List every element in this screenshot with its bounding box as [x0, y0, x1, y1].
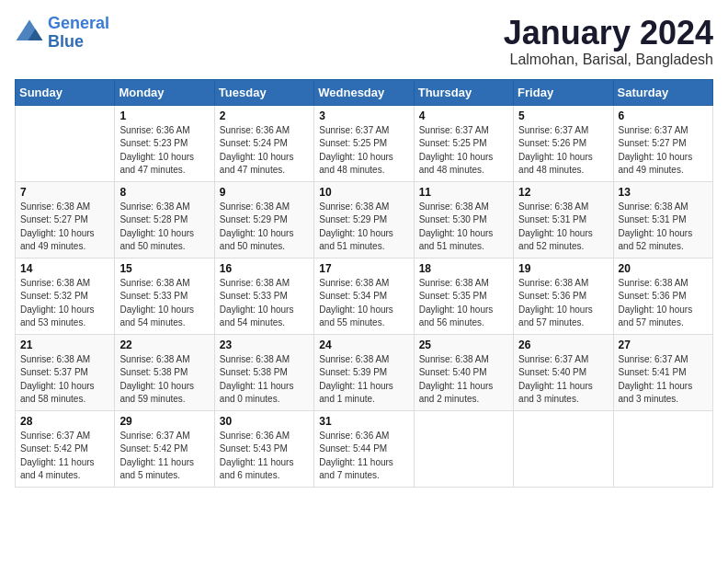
day-number: 7: [20, 186, 109, 199]
day-info: Sunrise: 6:37 AM Sunset: 5:27 PM Dayligh…: [619, 124, 708, 178]
day-number: 2: [220, 109, 309, 122]
day-header-friday: Friday: [514, 79, 613, 105]
day-number: 13: [619, 186, 708, 199]
day-info: Sunrise: 6:38 AM Sunset: 5:28 PM Dayligh…: [119, 201, 209, 254]
calendar-cell: 10Sunrise: 6:38 AM Sunset: 5:29 PM Dayli…: [314, 181, 414, 258]
day-info: Sunrise: 6:38 AM Sunset: 5:39 PM Dayligh…: [319, 353, 408, 407]
calendar-cell: 13Sunrise: 6:38 AM Sunset: 5:31 PM Dayli…: [613, 181, 712, 258]
day-header-saturday: Saturday: [613, 79, 712, 105]
calendar-cell: [514, 410, 613, 487]
month-title: January 2024: [504, 15, 713, 52]
day-info: Sunrise: 6:37 AM Sunset: 5:42 PM Dayligh…: [119, 430, 209, 483]
day-header-thursday: Thursday: [414, 79, 513, 105]
day-number: 27: [619, 339, 708, 351]
day-number: 11: [419, 186, 508, 199]
calendar-cell: 27Sunrise: 6:37 AM Sunset: 5:41 PM Dayli…: [613, 334, 712, 410]
calendar-cell: 28Sunrise: 6:37 AM Sunset: 5:42 PM Dayli…: [16, 410, 115, 487]
calendar-cell: 25Sunrise: 6:38 AM Sunset: 5:40 PM Dayli…: [414, 334, 513, 410]
day-header-sunday: Sunday: [16, 79, 115, 105]
day-info: Sunrise: 6:36 AM Sunset: 5:43 PM Dayligh…: [220, 430, 309, 483]
calendar-cell: 3Sunrise: 6:37 AM Sunset: 5:25 PM Daylig…: [314, 105, 414, 181]
day-info: Sunrise: 6:38 AM Sunset: 5:32 PM Dayligh…: [20, 277, 109, 330]
calendar-cell: 20Sunrise: 6:38 AM Sunset: 5:36 PM Dayli…: [613, 258, 712, 334]
day-info: Sunrise: 6:38 AM Sunset: 5:34 PM Dayligh…: [319, 277, 408, 330]
calendar-cell: 31Sunrise: 6:36 AM Sunset: 5:44 PM Dayli…: [314, 410, 414, 487]
day-number: 28: [20, 415, 109, 428]
day-number: 9: [220, 186, 309, 199]
day-info: Sunrise: 6:38 AM Sunset: 5:29 PM Dayligh…: [319, 201, 408, 254]
calendar-cell: 9Sunrise: 6:38 AM Sunset: 5:29 PM Daylig…: [214, 181, 313, 258]
day-info: Sunrise: 6:37 AM Sunset: 5:25 PM Dayligh…: [419, 124, 508, 178]
day-info: Sunrise: 6:37 AM Sunset: 5:25 PM Dayligh…: [319, 124, 408, 178]
calendar-table: SundayMondayTuesdayWednesdayThursdayFrid…: [15, 79, 713, 488]
day-number: 4: [419, 109, 508, 122]
logo: General Blue: [15, 15, 109, 52]
calendar-cell: 22Sunrise: 6:38 AM Sunset: 5:38 PM Dayli…: [115, 334, 214, 410]
calendar-cell: 6Sunrise: 6:37 AM Sunset: 5:27 PM Daylig…: [613, 105, 712, 181]
day-number: 3: [319, 109, 408, 122]
day-info: Sunrise: 6:37 AM Sunset: 5:42 PM Dayligh…: [20, 430, 109, 483]
day-number: 10: [319, 186, 408, 199]
day-info: Sunrise: 6:36 AM Sunset: 5:44 PM Dayligh…: [319, 430, 408, 483]
calendar-cell: 23Sunrise: 6:38 AM Sunset: 5:38 PM Dayli…: [214, 334, 313, 410]
day-number: 18: [419, 262, 508, 275]
day-number: 23: [220, 339, 309, 351]
day-number: 24: [319, 339, 408, 351]
day-info: Sunrise: 6:38 AM Sunset: 5:31 PM Dayligh…: [619, 201, 708, 254]
calendar-cell: 16Sunrise: 6:38 AM Sunset: 5:33 PM Dayli…: [214, 258, 313, 334]
title-area: January 2024 Lalmohan, Barisal, Banglade…: [504, 15, 713, 68]
calendar-cell: 4Sunrise: 6:37 AM Sunset: 5:25 PM Daylig…: [414, 105, 513, 181]
day-number: 30: [220, 415, 309, 428]
day-number: 20: [619, 262, 708, 275]
calendar-cell: 24Sunrise: 6:38 AM Sunset: 5:39 PM Dayli…: [314, 334, 414, 410]
day-number: 31: [319, 415, 408, 428]
day-number: 1: [119, 109, 209, 122]
day-header-monday: Monday: [115, 79, 214, 105]
calendar-cell: 11Sunrise: 6:38 AM Sunset: 5:30 PM Dayli…: [414, 181, 513, 258]
calendar-cell: 8Sunrise: 6:38 AM Sunset: 5:28 PM Daylig…: [115, 181, 214, 258]
calendar-cell: 29Sunrise: 6:37 AM Sunset: 5:42 PM Dayli…: [115, 410, 214, 487]
calendar-cell: 2Sunrise: 6:36 AM Sunset: 5:24 PM Daylig…: [214, 105, 313, 181]
day-info: Sunrise: 6:38 AM Sunset: 5:38 PM Dayligh…: [220, 353, 309, 407]
day-info: Sunrise: 6:38 AM Sunset: 5:37 PM Dayligh…: [20, 353, 109, 407]
calendar-cell: 12Sunrise: 6:38 AM Sunset: 5:31 PM Dayli…: [514, 181, 613, 258]
day-info: Sunrise: 6:38 AM Sunset: 5:36 PM Dayligh…: [518, 277, 608, 330]
day-info: Sunrise: 6:38 AM Sunset: 5:35 PM Dayligh…: [419, 277, 508, 330]
day-number: 19: [518, 262, 608, 275]
day-info: Sunrise: 6:38 AM Sunset: 5:40 PM Dayligh…: [419, 353, 508, 407]
day-info: Sunrise: 6:38 AM Sunset: 5:29 PM Dayligh…: [220, 201, 309, 254]
day-number: 16: [220, 262, 309, 275]
page-header: General Blue January 2024 Lalmohan, Bari…: [15, 15, 713, 68]
calendar-cell: 26Sunrise: 6:37 AM Sunset: 5:40 PM Dayli…: [514, 334, 613, 410]
calendar-cell: 30Sunrise: 6:36 AM Sunset: 5:43 PM Dayli…: [214, 410, 313, 487]
calendar-cell: 14Sunrise: 6:38 AM Sunset: 5:32 PM Dayli…: [16, 258, 115, 334]
day-header-wednesday: Wednesday: [314, 79, 414, 105]
calendar-cell: 1Sunrise: 6:36 AM Sunset: 5:23 PM Daylig…: [115, 105, 214, 181]
day-number: 29: [119, 415, 209, 428]
day-info: Sunrise: 6:38 AM Sunset: 5:33 PM Dayligh…: [220, 277, 309, 330]
location-title: Lalmohan, Barisal, Bangladesh: [504, 52, 713, 68]
calendar-cell: 15Sunrise: 6:38 AM Sunset: 5:33 PM Dayli…: [115, 258, 214, 334]
day-header-tuesday: Tuesday: [214, 79, 313, 105]
day-info: Sunrise: 6:37 AM Sunset: 5:40 PM Dayligh…: [518, 353, 608, 407]
day-number: 15: [119, 262, 209, 275]
day-info: Sunrise: 6:37 AM Sunset: 5:26 PM Dayligh…: [518, 124, 608, 178]
calendar-cell: 19Sunrise: 6:38 AM Sunset: 5:36 PM Dayli…: [514, 258, 613, 334]
day-number: 12: [518, 186, 608, 199]
calendar-cell: [613, 410, 712, 487]
day-info: Sunrise: 6:37 AM Sunset: 5:41 PM Dayligh…: [619, 353, 708, 407]
day-number: 21: [20, 339, 109, 351]
day-info: Sunrise: 6:38 AM Sunset: 5:30 PM Dayligh…: [419, 201, 508, 254]
day-number: 5: [518, 109, 608, 122]
day-info: Sunrise: 6:38 AM Sunset: 5:36 PM Dayligh…: [619, 277, 708, 330]
day-number: 26: [518, 339, 608, 351]
day-info: Sunrise: 6:36 AM Sunset: 5:24 PM Dayligh…: [220, 124, 309, 178]
day-number: 17: [319, 262, 408, 275]
calendar-cell: [16, 105, 115, 181]
day-info: Sunrise: 6:36 AM Sunset: 5:23 PM Dayligh…: [119, 124, 209, 178]
day-number: 14: [20, 262, 109, 275]
calendar-cell: [414, 410, 513, 487]
day-info: Sunrise: 6:38 AM Sunset: 5:31 PM Dayligh…: [518, 201, 608, 254]
day-number: 6: [619, 109, 708, 122]
logo-icon: [15, 18, 44, 48]
